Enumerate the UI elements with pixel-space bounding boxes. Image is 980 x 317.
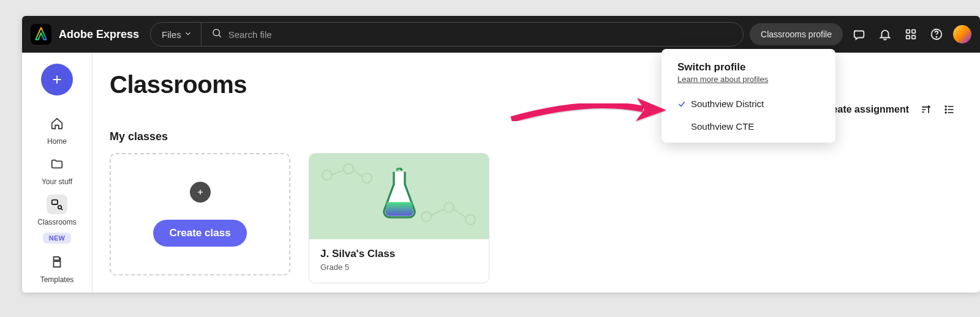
svg-point-29: [421, 212, 431, 222]
sidebar-item-label: Templates: [40, 275, 74, 284]
class-thumbnail: [309, 154, 489, 239]
sort-icon[interactable]: [920, 103, 932, 116]
home-icon: [47, 114, 67, 133]
svg-line-32: [431, 209, 444, 215]
beaker-icon: [378, 168, 421, 225]
profile-button-label: Classrooms profile: [761, 29, 832, 39]
profile-switcher-button[interactable]: Classrooms profile: [750, 23, 843, 45]
brand[interactable]: Adobe Express: [31, 24, 139, 45]
bell-icon[interactable]: [876, 25, 894, 43]
svg-rect-4: [907, 35, 910, 39]
class-card[interactable]: J. Silva's Class Grade 5: [309, 153, 489, 283]
cards-row: Create class: [110, 153, 956, 283]
svg-rect-3: [912, 30, 916, 34]
svg-point-12: [59, 258, 61, 259]
main-content: Classrooms Create assignment My classes …: [92, 53, 980, 293]
svg-line-33: [454, 209, 466, 217]
files-dropdown[interactable]: Files: [151, 23, 202, 46]
class-card-body: J. Silva's Class Grade 5: [309, 239, 489, 283]
sidebar-item-templates[interactable]: Templates: [26, 248, 88, 288]
sidebar-item-label: Your stuff: [42, 177, 72, 186]
svg-point-24: [322, 170, 332, 180]
plus-icon: [190, 182, 211, 203]
svg-point-7: [936, 37, 937, 37]
global-header: Adobe Express Files Classrooms profile: [22, 16, 980, 53]
user-avatar[interactable]: [953, 25, 971, 43]
svg-point-25: [344, 164, 353, 174]
svg-line-28: [353, 170, 362, 176]
help-icon[interactable]: [927, 25, 946, 43]
folder-icon: [47, 154, 67, 174]
svg-point-26: [362, 173, 372, 183]
sidebar-item-label: Classrooms: [37, 218, 76, 226]
svg-rect-5: [912, 35, 916, 39]
profile-option-label: Southview CTE: [691, 121, 754, 132]
chat-icon[interactable]: [850, 25, 869, 43]
learn-more-link[interactable]: Learn more about profiles: [662, 75, 835, 92]
files-dropdown-label: Files: [162, 29, 181, 40]
apps-grid-icon[interactable]: [902, 25, 920, 43]
search-input[interactable]: [228, 29, 733, 40]
search-icon: [211, 28, 222, 41]
svg-point-30: [444, 203, 454, 212]
create-new-fab[interactable]: [41, 64, 73, 95]
chevron-down-icon: [184, 29, 192, 40]
new-badge: NEW: [43, 233, 72, 244]
svg-point-20: [945, 112, 946, 113]
search-box[interactable]: [202, 23, 743, 46]
sidebar-item-your-stuff[interactable]: Your stuff: [26, 151, 88, 190]
check-icon: [676, 100, 687, 108]
adobe-express-logo-icon: [31, 24, 51, 45]
profile-option[interactable]: Southview District: [662, 92, 835, 115]
class-name: J. Silva's Class: [320, 248, 478, 260]
svg-point-0: [213, 29, 220, 36]
classrooms-icon: [47, 195, 67, 214]
create-class-button[interactable]: Create class: [153, 220, 246, 247]
svg-point-16: [945, 106, 946, 107]
svg-point-31: [466, 215, 475, 225]
profile-option-label: Southview District: [691, 99, 764, 109]
popover-title: Switch profile: [662, 61, 835, 75]
class-subtitle: Grade 5: [320, 263, 478, 272]
svg-point-11: [58, 206, 62, 209]
templates-icon: [47, 252, 67, 272]
sidebar-item-home[interactable]: Home: [26, 110, 88, 149]
left-sidebar: Home Your stuff Classrooms NEW Templ: [22, 53, 92, 293]
svg-point-18: [945, 109, 946, 110]
switch-profile-popover: Switch profile Learn more about profiles…: [662, 49, 835, 143]
svg-rect-10: [52, 200, 58, 204]
header-right: Classrooms profile: [750, 23, 971, 45]
svg-line-1: [219, 35, 221, 37]
app-body: Home Your stuff Classrooms NEW Templ: [22, 53, 980, 293]
app-window: Adobe Express Files Classrooms profile: [22, 16, 980, 293]
profile-option[interactable]: Southview CTE: [662, 115, 835, 138]
sidebar-item-label: Home: [47, 137, 67, 146]
create-class-card[interactable]: Create class: [110, 153, 290, 275]
app-name: Adobe Express: [59, 28, 139, 41]
svg-rect-2: [907, 30, 910, 34]
sidebar-item-classrooms[interactable]: Classrooms NEW: [26, 191, 88, 247]
svg-line-27: [331, 170, 344, 175]
view-list-icon[interactable]: [943, 103, 956, 116]
search-group: Files: [150, 22, 744, 47]
